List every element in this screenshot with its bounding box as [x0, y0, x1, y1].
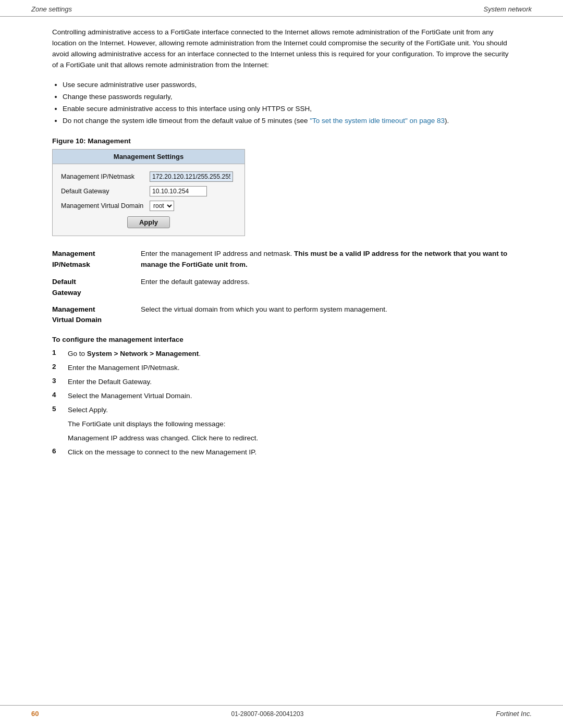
- steps-list: 1 Go to System > Network > Management. 2…: [52, 349, 511, 458]
- page-content: Controlling administrative access to a F…: [0, 27, 563, 505]
- desc-term-ip: ManagementIP/Netmask: [52, 249, 141, 270]
- desc-def-ip: Enter the management IP address and netm…: [141, 249, 511, 270]
- description-table: ManagementIP/Netmask Enter the managemen…: [52, 249, 511, 325]
- desc-row-gw: DefaultGateway Enter the default gateway…: [52, 277, 511, 298]
- step-text-3: Enter the Default Gateway.: [68, 377, 152, 388]
- step-5: 5 Select Apply.: [52, 405, 511, 416]
- step-number-1: 1: [52, 349, 68, 356]
- desc-row-vdom: ManagementVirtual Domain Select the virt…: [52, 304, 511, 326]
- management-figure: Management Settings Management IP/Netmas…: [52, 149, 245, 236]
- footer-doc-id: 01-28007-0068-20041203: [231, 710, 304, 718]
- vdom-label: Management Virtual Domain: [61, 202, 150, 209]
- figure-label: Figure 10: Management: [52, 137, 511, 145]
- figure-body: Management IP/Netmask Default Gateway Ma…: [53, 164, 244, 236]
- desc-row-ip: ManagementIP/Netmask Enter the managemen…: [52, 249, 511, 270]
- step-text-1: Go to System > Network > Management.: [68, 349, 201, 360]
- page-footer: 60 01-28007-0068-20041203 Fortinet Inc.: [0, 705, 563, 718]
- step-5-cont-2: Management IP address was changed. Click…: [68, 433, 511, 444]
- step-number-5: 5: [52, 405, 68, 413]
- ip-label: Management IP/Netmask: [61, 173, 150, 180]
- footer-page-number: 60: [31, 710, 39, 718]
- step-text-6: Click on the message to connect to the n…: [68, 447, 256, 458]
- gw-input[interactable]: [150, 186, 207, 196]
- config-heading: To configure the management interface: [52, 336, 511, 343]
- footer-company: Fortinet Inc.: [496, 710, 532, 718]
- figure-row-ip: Management IP/Netmask: [61, 171, 236, 182]
- figure-row-vdom: Management Virtual Domain root: [61, 201, 236, 211]
- ip-input[interactable]: [150, 171, 233, 182]
- step-2: 2 Enter the Management IP/Netmask.: [52, 363, 511, 374]
- header-left: Zone settings: [31, 5, 72, 13]
- list-item: Do not change the system idle timeout fr…: [63, 115, 511, 127]
- timeout-link[interactable]: "To set the system idle timeout" on page…: [310, 117, 445, 125]
- figure-row-gw: Default Gateway: [61, 186, 236, 196]
- step-4: 4 Select the Management Virtual Domain.: [52, 391, 511, 402]
- step-1: 1 Go to System > Network > Management.: [52, 349, 511, 360]
- bullet-list: Use secure administrative user passwords…: [63, 79, 511, 127]
- apply-row: Apply: [61, 216, 236, 228]
- step-number-2: 2: [52, 363, 68, 371]
- desc-term-vdom: ManagementVirtual Domain: [52, 304, 141, 326]
- step-text-5: Select Apply.: [68, 405, 108, 416]
- list-item: Change these passwords regularly,: [63, 91, 511, 103]
- header-right: System network: [484, 5, 532, 13]
- desc-def-gw: Enter the default gateway address.: [141, 277, 511, 288]
- apply-button[interactable]: Apply: [127, 216, 170, 228]
- step-6: 6 Click on the message to connect to the…: [52, 447, 511, 458]
- list-item: Use secure administrative user passwords…: [63, 79, 511, 91]
- step-number-3: 3: [52, 377, 68, 385]
- step-5-cont-1: The FortiGate unit displays the followin…: [68, 419, 511, 430]
- desc-def-vdom: Select the virtual domain from which you…: [141, 304, 511, 315]
- vdom-select[interactable]: root: [150, 201, 174, 211]
- page-header: Zone settings System network: [0, 0, 563, 17]
- step-3: 3 Enter the Default Gateway.: [52, 377, 511, 388]
- desc-term-gw: DefaultGateway: [52, 277, 141, 298]
- intro-paragraph: Controlling administrative access to a F…: [52, 27, 511, 71]
- step-text-4: Select the Management Virtual Domain.: [68, 391, 192, 402]
- step-number-4: 4: [52, 391, 68, 399]
- step-number-6: 6: [52, 447, 68, 455]
- step-text-2: Enter the Management IP/Netmask.: [68, 363, 180, 374]
- list-item: Enable secure administrative access to t…: [63, 103, 511, 115]
- gw-label: Default Gateway: [61, 188, 150, 195]
- figure-title: Management Settings: [53, 150, 244, 164]
